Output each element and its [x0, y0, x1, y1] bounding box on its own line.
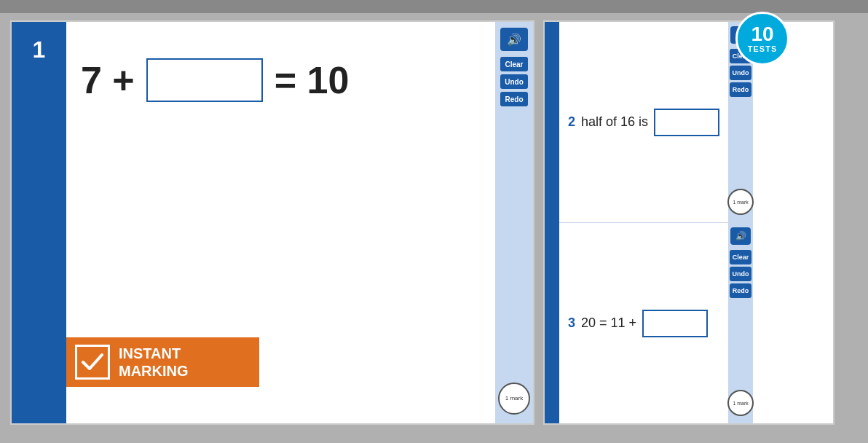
- content-area: 1 7 + = 10 INSTANT MARKING: [0, 13, 868, 432]
- question-1-number: 1: [33, 36, 46, 63]
- panel-2-inner: 2 half of 16 is 🔊 Clear Undo Redo 1: [545, 22, 753, 423]
- equation-1: 7 + = 10: [81, 58, 349, 102]
- top-bar: [0, 0, 868, 13]
- question-2-content: 2 half of 16 is: [559, 22, 728, 222]
- redo-button-1[interactable]: Redo: [500, 92, 528, 106]
- redo-button-3[interactable]: Redo: [730, 283, 751, 298]
- panel-1-controls: 🔊 Clear Undo Redo 1 mark: [495, 22, 533, 423]
- clear-button-3[interactable]: Clear: [730, 250, 751, 264]
- panel-1: 1 7 + = 10 INSTANT MARKING: [10, 20, 534, 425]
- panel-1-main: 7 + = 10 INSTANT MARKING: [66, 22, 495, 423]
- question-3-controls: 🔊 Clear Undo Redo 1 mark: [728, 223, 753, 423]
- undo-button-1[interactable]: Undo: [500, 74, 528, 89]
- answer-input-2[interactable]: [654, 109, 719, 136]
- sound-icon-1: 🔊: [507, 33, 521, 47]
- sound-button-1[interactable]: 🔊: [500, 28, 528, 51]
- question-2-section: 2 half of 16 is 🔊 Clear Undo Redo 1: [559, 22, 753, 223]
- question-2-text: half of 16 is: [581, 114, 648, 130]
- badge-label: TESTS: [748, 44, 777, 53]
- mark-label-3: 1 mark: [733, 401, 748, 406]
- panel-1-sidebar: 1: [12, 22, 66, 423]
- answer-input-3[interactable]: [642, 310, 708, 337]
- question-3-content: 3 20 = 11 +: [559, 223, 728, 423]
- instant-marking-banner: INSTANT MARKING: [66, 337, 259, 387]
- question-3-number: 3: [568, 315, 575, 331]
- tests-badge: 10 TESTS: [735, 12, 789, 66]
- mark-circle-1: 1 mark: [498, 383, 530, 415]
- question-3-text: 20 = 11 +: [581, 315, 636, 331]
- checkmark-icon: [75, 345, 110, 380]
- instant-marking-text: INSTANT MARKING: [119, 345, 189, 380]
- clear-button-1[interactable]: Clear: [500, 57, 528, 71]
- badge-number: 10: [751, 24, 773, 44]
- panel-2-sidebar: [545, 22, 559, 423]
- mark-circle-3: 1 mark: [727, 390, 754, 416]
- equation-left: 7 +: [81, 58, 135, 102]
- mark-circle-2: 1 mark: [727, 189, 754, 215]
- answer-input-1[interactable]: [146, 58, 263, 102]
- question-3-section: 3 20 = 11 + 🔊 Clear Undo Redo 1 mark: [559, 223, 753, 423]
- sound-icon-3: 🔊: [735, 231, 746, 241]
- mark-label-1: 1 mark: [505, 396, 523, 402]
- question-2-number: 2: [568, 114, 575, 130]
- equation-right: = 10: [275, 58, 350, 102]
- mark-label-2: 1 mark: [733, 200, 748, 205]
- undo-button-2[interactable]: Undo: [730, 66, 751, 80]
- sound-button-3[interactable]: 🔊: [730, 227, 751, 245]
- redo-button-2[interactable]: Redo: [730, 82, 751, 97]
- panel-2: 10 TESTS 2 half of 16 is 🔊: [543, 20, 835, 425]
- undo-button-3[interactable]: Undo: [730, 267, 751, 281]
